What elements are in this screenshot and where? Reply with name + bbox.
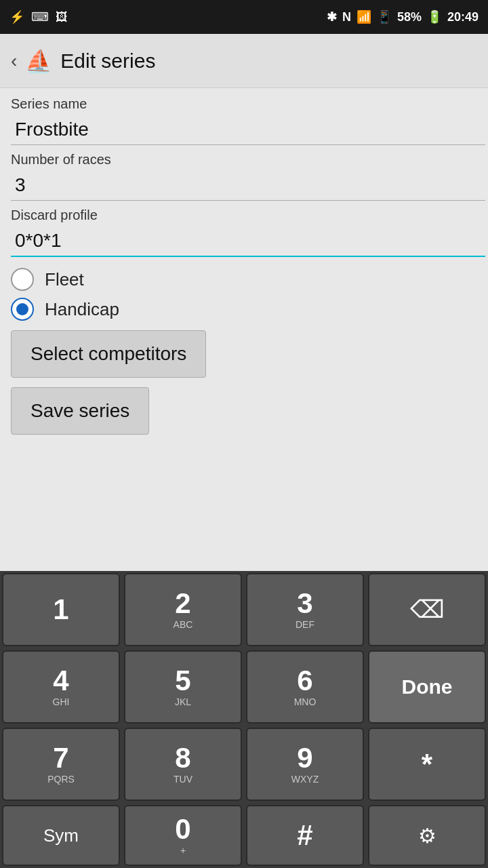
battery-icon: 🔋 [427,9,442,24]
image-icon: 🖼 [56,10,68,24]
key-9[interactable]: 9 WXYZ [246,728,364,801]
discard-profile-input[interactable] [11,227,485,257]
fleet-radio-label: Fleet [45,269,84,290]
key-7[interactable]: 7 PQRS [2,728,120,801]
main-content: Series name Number of races Discard prof… [0,88,488,446]
fleet-radio-button[interactable] [11,268,34,291]
key-star[interactable]: * [368,728,486,801]
key-5[interactable]: 5 JKL [124,650,242,724]
key-6[interactable]: 6 MNO [246,650,364,724]
keyboard-row-3: 7 PQRS 8 TUV 9 WXYZ * [0,726,488,803]
key-done[interactable]: Done [368,650,486,724]
sym-label: Sym [43,825,79,846]
settings-icon: ⚙ [418,824,436,848]
nfc-icon: N [342,10,351,24]
key-hash[interactable]: # [246,805,364,866]
num-races-label: Number of races [11,152,477,167]
wifi-icon: 📶 [357,9,371,24]
handicap-radio-button[interactable] [11,298,34,321]
key-sym[interactable]: Sym [2,805,120,866]
key-settings[interactable]: ⚙ [368,805,486,866]
status-bar: ⚡ ⌨ 🖼 ✱ N 📶 📱 58% 🔋 20:49 [0,0,488,34]
status-icons-right: ✱ N 📶 📱 58% 🔋 20:49 [327,9,479,24]
done-label: Done [402,675,453,698]
key-2[interactable]: 2 ABC [124,573,242,646]
signal-icon: 📱 [377,9,392,24]
keyboard-icon: ⌨ [31,9,49,24]
usb-icon: ⚡ [9,9,24,24]
key-4[interactable]: 4 GHI [2,650,120,724]
back-button[interactable]: ‹ [11,50,17,72]
series-name-input[interactable] [11,116,485,145]
keyboard-row-4: Sym 0 + # ⚙ [0,803,488,868]
battery-percent: 58% [397,10,422,24]
clock: 20:49 [447,10,479,24]
series-name-label: Series name [11,96,477,112]
app-icon: ⛵ [25,48,52,74]
page-title: Edit series [60,50,155,73]
bluetooth-icon: ✱ [327,9,337,24]
key-8[interactable]: 8 TUV [124,728,242,801]
keyboard: 1 2 ABC 3 DEF ⌫ 4 GHI 5 JKL 6 MNO Done [0,571,488,868]
save-series-button[interactable]: Save series [11,387,149,435]
key-0[interactable]: 0 + [124,805,242,866]
top-bar: ‹ ⛵ Edit series [0,34,488,88]
key-3[interactable]: 3 DEF [246,573,364,646]
status-icons-left: ⚡ ⌨ 🖼 [9,9,68,24]
keyboard-row-2: 4 GHI 5 JKL 6 MNO Done [0,648,488,726]
key-1[interactable]: 1 [2,573,120,646]
fleet-radio-item[interactable]: Fleet [11,268,477,291]
select-competitors-button[interactable]: Select competitors [11,330,206,378]
handicap-radio-label: Handicap [45,299,119,320]
scoring-mode-group: Fleet Handicap [11,268,477,321]
discard-profile-label: Discard profile [11,208,477,223]
keyboard-row-1: 1 2 ABC 3 DEF ⌫ [0,571,488,648]
num-races-input[interactable] [11,172,485,201]
handicap-radio-item[interactable]: Handicap [11,298,477,321]
key-delete[interactable]: ⌫ [368,573,486,646]
delete-icon: ⌫ [410,595,445,624]
